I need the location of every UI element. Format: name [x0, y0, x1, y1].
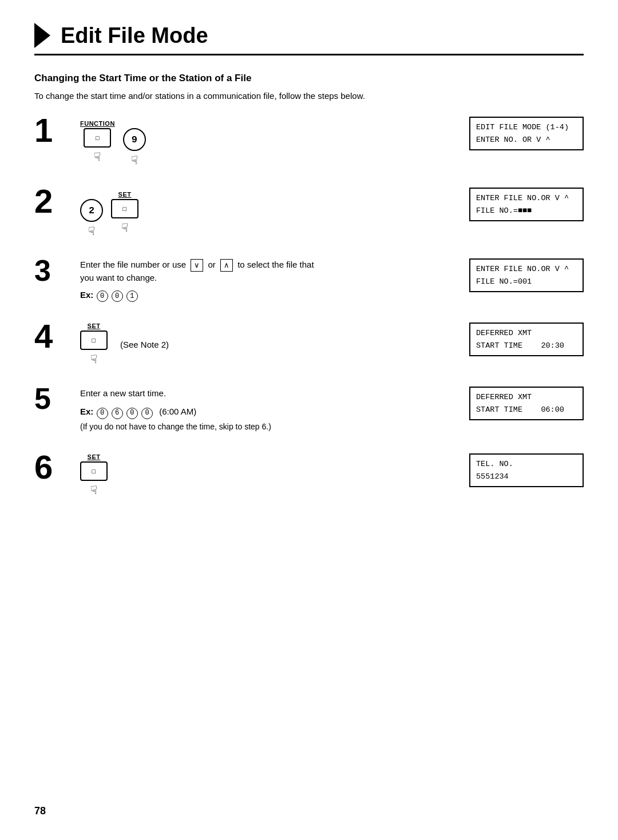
ex-key-5-0: 0 — [97, 408, 108, 419]
set-label-2: SET — [118, 191, 132, 198]
set-key-6[interactable]: ☐ — [80, 461, 108, 481]
step-2-display: ENTER FILE NO.OR V ^ FILE NO.=■■■ — [458, 188, 584, 221]
step-3-ex: Ex: 0 0 1 — [80, 289, 458, 302]
step-6-display: TEL. NO. 5551234 — [458, 453, 584, 487]
step-6-lcd-line1: TEL. NO. — [476, 460, 513, 468]
step-6-content: SET ☐ ☟ TEL. NO. 5551234 — [80, 453, 584, 497]
step-4-lcd-line1: DEFERRED XMT — [476, 329, 532, 337]
nine-key[interactable]: 9 — [123, 128, 146, 151]
step-6-keys-group: SET ☐ ☟ — [80, 453, 458, 497]
step-6-lcd-line2: 5551234 — [476, 472, 509, 481]
ex-label-5: Ex: — [80, 407, 96, 416]
step-6-keys: SET ☐ ☟ — [80, 453, 458, 497]
function-label: FUNCTION — [80, 120, 115, 127]
step-1-display: EDIT FILE MODE (1-4) ENTER NO. OR V ^ — [458, 117, 584, 150]
ex-key-3-2: 1 — [126, 290, 138, 302]
step-5-instruction: Enter a new start time. Ex: 0 6 0 0 (6:0… — [80, 387, 458, 433]
step-3-text2: to select the file that — [237, 260, 314, 269]
step-5-display: DEFERRED XMT START TIME 06:00 — [458, 387, 584, 420]
step-4-lcd-line2: START TIME 20:30 — [476, 341, 564, 350]
step-3-text1: Enter the file number or use — [80, 260, 186, 269]
step-4-note: (See Note 2) — [120, 340, 169, 349]
step-4-number: 4 — [34, 320, 80, 353]
step-4-content: SET ☐ ☟ (See Note 2) DEFERRED XMT START … — [80, 323, 584, 366]
finger-icon-2b: ☟ — [121, 221, 128, 234]
set-key-wrapper-6: SET ☐ ☟ — [80, 453, 108, 497]
step-3-lcd-line2: FILE NO.=001 — [476, 277, 532, 286]
step-5-text1: Enter a new start time. — [80, 388, 166, 398]
step-2-keys: 2 ☟ SET ☐ ☟ — [80, 188, 458, 238]
section-heading: Changing the Start Time or the Station o… — [34, 73, 584, 84]
finger-icon-2a: ☟ — [88, 224, 95, 238]
function-key-wrapper: FUNCTION ☐ ☟ — [80, 120, 115, 164]
step-3-number: 3 — [34, 256, 80, 285]
finger-icon-6: ☟ — [90, 483, 97, 497]
step-2-content: 2 ☟ SET ☐ ☟ ENTER FILE NO.OR V ^ FILE NO… — [80, 188, 584, 238]
step-5-lcd: DEFERRED XMT START TIME 06:00 — [469, 387, 584, 420]
step-4-row: 4 SET ☐ ☟ (See Note 2) DEFERRED XMT STAR… — [34, 323, 584, 366]
step-2-row: 2 2 ☟ SET ☐ ☟ ENTER FILE NO.OR V ^ FILE … — [34, 188, 584, 238]
step-5-ex: Ex: 0 6 0 0 (6:00 AM) — [80, 405, 458, 419]
finger-icon-4: ☟ — [90, 352, 97, 366]
or-text: or — [208, 260, 218, 269]
step-1-lcd-line1: EDIT FILE MODE (1-4) — [476, 123, 569, 132]
nine-key-wrapper: 9 ☟ — [123, 117, 146, 167]
v-down-box[interactable]: ∨ — [191, 259, 203, 272]
step-1-keys-group: FUNCTION ☐ ☟ 9 ☟ — [80, 117, 458, 167]
step-3-row: 3 Enter the file number or use ∨ or ∧ to… — [34, 258, 584, 302]
step-1-keys: FUNCTION ☐ ☟ 9 ☟ — [80, 117, 458, 167]
step-3-content: Enter the file number or use ∨ or ∧ to s… — [80, 258, 584, 302]
step-5-row: 5 Enter a new start time. Ex: 0 6 0 0 (6… — [34, 387, 584, 433]
step-6-row: 6 SET ☐ ☟ TEL. NO. 5551234 — [34, 453, 584, 497]
page-number: 78 — [34, 805, 46, 817]
step-6-lcd: TEL. NO. 5551234 — [469, 453, 584, 487]
set-key-wrapper-4: SET ☐ ☟ — [80, 323, 108, 366]
step-1-lcd: EDIT FILE MODE (1-4) ENTER NO. OR V ^ — [469, 117, 584, 150]
set-key-wrapper-2: SET ☐ ☟ — [111, 191, 138, 234]
finger-icon-1b: ☟ — [131, 153, 138, 167]
step-1-number: 1 — [34, 114, 80, 147]
ex-key-3-1: 0 — [112, 290, 123, 302]
step-4-keys-group: SET ☐ ☟ (See Note 2) — [80, 323, 458, 366]
step-2-lcd-line1: ENTER FILE NO.OR V ^ — [476, 194, 569, 202]
step-1-row: 1 FUNCTION ☐ ☟ 9 ☟ EDIT FILE MODE (1-4) … — [34, 117, 584, 167]
step-2-lcd: ENTER FILE NO.OR V ^ FILE NO.=■■■ — [469, 188, 584, 221]
step-5-note: (If you do not have to change the time, … — [80, 420, 458, 433]
v-up-box[interactable]: ∧ — [220, 259, 233, 272]
ex-extra-5: (6:00 AM) — [159, 407, 196, 416]
set-label-6: SET — [88, 453, 101, 460]
step-4-display: DEFERRED XMT START TIME 20:30 — [458, 323, 584, 356]
section-intro: To change the start time and/or stations… — [34, 91, 584, 101]
page-title: Edit File Mode — [61, 23, 208, 48]
step-4-lcd: DEFERRED XMT START TIME 20:30 — [469, 323, 584, 356]
set-key-4[interactable]: ☐ — [80, 331, 108, 350]
step-5-lcd-line2: START TIME 06:00 — [476, 405, 564, 414]
function-key[interactable]: ☐ — [84, 128, 111, 148]
step-5-lcd-line1: DEFERRED XMT — [476, 393, 532, 401]
set-label-4: SET — [88, 323, 101, 329]
two-key[interactable]: 2 — [80, 199, 103, 222]
title-arrow-icon — [34, 23, 50, 48]
step-3-text3: you want to change. — [80, 273, 157, 282]
ex-label-3: Ex: — [80, 290, 96, 300]
finger-icon-1a: ☟ — [94, 150, 101, 164]
step-2-lcd-line2: FILE NO.=■■■ — [476, 206, 532, 215]
step-1-content: FUNCTION ☐ ☟ 9 ☟ EDIT FILE MODE (1-4) EN… — [80, 117, 584, 167]
step-2-keys-group: 2 ☟ SET ☐ ☟ — [80, 188, 458, 238]
page-title-bar: Edit File Mode — [34, 23, 584, 55]
ex-key-5-2: 0 — [126, 408, 138, 419]
two-key-wrapper: 2 ☟ — [80, 188, 103, 238]
step-3-lcd-line1: ENTER FILE NO.OR V ^ — [476, 265, 569, 273]
step-6-number: 6 — [34, 451, 80, 484]
step-3-instruction: Enter the file number or use ∨ or ∧ to s… — [80, 258, 458, 302]
ex-key-5-3: 0 — [141, 408, 153, 419]
ex-key-3-0: 0 — [97, 290, 108, 302]
set-key-2[interactable]: ☐ — [111, 199, 138, 218]
step-1-lcd-line2: ENTER NO. OR V ^ — [476, 136, 550, 144]
step-3-display: ENTER FILE NO.OR V ^ FILE NO.=001 — [458, 258, 584, 292]
step-5-number: 5 — [34, 384, 80, 413]
step-2-number: 2 — [34, 185, 80, 218]
step-4-keys: SET ☐ ☟ (See Note 2) — [80, 323, 458, 366]
step-5-content: Enter a new start time. Ex: 0 6 0 0 (6:0… — [80, 387, 584, 433]
ex-key-5-1: 6 — [112, 408, 123, 419]
